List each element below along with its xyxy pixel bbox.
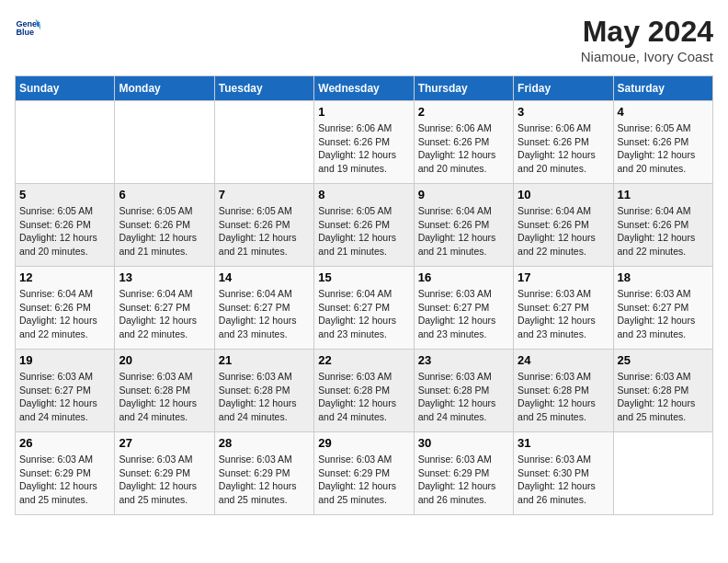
- day-info: Sunrise: 6:04 AM Sunset: 6:26 PM Dayligh…: [418, 204, 509, 259]
- day-info: Sunrise: 6:03 AM Sunset: 6:28 PM Dayligh…: [318, 370, 409, 424]
- day-number: 5: [19, 188, 110, 201]
- calendar-cell: 4Sunrise: 6:05 AM Sunset: 6:26 PM Daylig…: [613, 101, 712, 184]
- day-number: 10: [518, 188, 609, 201]
- calendar-cell: 25Sunrise: 6:03 AM Sunset: 6:28 PM Dayli…: [613, 350, 712, 432]
- calendar-cell: 17Sunrise: 6:03 AM Sunset: 6:27 PM Dayli…: [514, 267, 613, 350]
- day-info: Sunrise: 6:03 AM Sunset: 6:28 PM Dayligh…: [119, 370, 210, 424]
- day-number: 9: [418, 188, 509, 201]
- weekday-header-sunday: Sunday: [16, 76, 115, 101]
- calendar-cell: 19Sunrise: 6:03 AM Sunset: 6:27 PM Dayli…: [16, 350, 115, 432]
- weekday-header-wednesday: Wednesday: [314, 76, 414, 101]
- day-info: Sunrise: 6:05 AM Sunset: 6:26 PM Dayligh…: [318, 204, 409, 259]
- location-subtitle: Niamoue, Ivory Coast: [581, 49, 713, 64]
- calendar-cell: 21Sunrise: 6:03 AM Sunset: 6:28 PM Dayli…: [214, 350, 313, 432]
- day-info: Sunrise: 6:03 AM Sunset: 6:27 PM Dayligh…: [618, 287, 709, 341]
- day-number: 1: [318, 105, 409, 119]
- calendar-cell: 18Sunrise: 6:03 AM Sunset: 6:27 PM Dayli…: [613, 267, 712, 350]
- calendar-cell: 31Sunrise: 6:03 AM Sunset: 6:30 PM Dayli…: [514, 432, 613, 515]
- day-info: Sunrise: 6:03 AM Sunset: 6:28 PM Dayligh…: [618, 370, 709, 424]
- calendar-cell: 24Sunrise: 6:03 AM Sunset: 6:28 PM Dayli…: [514, 350, 613, 432]
- day-number: 21: [219, 353, 310, 367]
- calendar-cell: 8Sunrise: 6:05 AM Sunset: 6:26 PM Daylig…: [314, 184, 414, 267]
- week-row-5: 26Sunrise: 6:03 AM Sunset: 6:29 PM Dayli…: [16, 432, 713, 515]
- day-number: 23: [418, 353, 509, 367]
- logo-icon: General Blue: [15, 15, 40, 40]
- day-number: 19: [19, 353, 110, 367]
- day-info: Sunrise: 6:03 AM Sunset: 6:30 PM Dayligh…: [518, 453, 609, 507]
- calendar-cell: 22Sunrise: 6:03 AM Sunset: 6:28 PM Dayli…: [314, 350, 414, 432]
- calendar-cell: 29Sunrise: 6:03 AM Sunset: 6:29 PM Dayli…: [314, 432, 414, 515]
- calendar-cell: 27Sunrise: 6:03 AM Sunset: 6:29 PM Dayli…: [115, 432, 214, 515]
- day-info: Sunrise: 6:05 AM Sunset: 6:26 PM Dayligh…: [119, 204, 210, 259]
- calendar-cell: [613, 432, 712, 515]
- page-header: General Blue May 2024 Niamoue, Ivory Coa…: [15, 15, 713, 64]
- day-info: Sunrise: 6:06 AM Sunset: 6:26 PM Dayligh…: [318, 121, 409, 176]
- calendar-cell: 12Sunrise: 6:04 AM Sunset: 6:26 PM Dayli…: [16, 267, 115, 350]
- calendar-cell: 14Sunrise: 6:04 AM Sunset: 6:27 PM Dayli…: [214, 267, 313, 350]
- day-number: 28: [219, 436, 310, 450]
- day-info: Sunrise: 6:04 AM Sunset: 6:26 PM Dayligh…: [19, 287, 110, 341]
- day-number: 7: [219, 188, 310, 201]
- calendar-cell: 3Sunrise: 6:06 AM Sunset: 6:26 PM Daylig…: [514, 101, 613, 184]
- calendar-cell: 11Sunrise: 6:04 AM Sunset: 6:26 PM Dayli…: [613, 184, 712, 267]
- day-info: Sunrise: 6:04 AM Sunset: 6:27 PM Dayligh…: [318, 287, 409, 341]
- day-number: 13: [119, 270, 210, 284]
- day-number: 29: [318, 436, 409, 450]
- day-number: 14: [219, 270, 310, 284]
- day-number: 2: [418, 105, 509, 119]
- calendar-cell: [115, 101, 214, 184]
- week-row-1: 1Sunrise: 6:06 AM Sunset: 6:26 PM Daylig…: [16, 101, 713, 184]
- calendar-cell: 30Sunrise: 6:03 AM Sunset: 6:29 PM Dayli…: [414, 432, 513, 515]
- calendar-cell: 20Sunrise: 6:03 AM Sunset: 6:28 PM Dayli…: [115, 350, 214, 432]
- weekday-header-friday: Friday: [514, 76, 613, 101]
- calendar-table: SundayMondayTuesdayWednesdayThursdayFrid…: [15, 75, 713, 515]
- calendar-cell: 13Sunrise: 6:04 AM Sunset: 6:27 PM Dayli…: [115, 267, 214, 350]
- calendar-cell: 28Sunrise: 6:03 AM Sunset: 6:29 PM Dayli…: [214, 432, 313, 515]
- svg-text:Blue: Blue: [16, 28, 34, 37]
- day-info: Sunrise: 6:04 AM Sunset: 6:26 PM Dayligh…: [618, 204, 709, 259]
- day-info: Sunrise: 6:03 AM Sunset: 6:29 PM Dayligh…: [219, 453, 310, 507]
- day-number: 25: [618, 353, 709, 367]
- calendar-cell: [214, 101, 313, 184]
- day-info: Sunrise: 6:03 AM Sunset: 6:29 PM Dayligh…: [119, 453, 210, 507]
- calendar-cell: 15Sunrise: 6:04 AM Sunset: 6:27 PM Dayli…: [314, 267, 414, 350]
- logo: General Blue: [15, 15, 40, 40]
- day-number: 20: [119, 353, 210, 367]
- day-info: Sunrise: 6:06 AM Sunset: 6:26 PM Dayligh…: [418, 121, 509, 176]
- calendar-cell: 5Sunrise: 6:05 AM Sunset: 6:26 PM Daylig…: [16, 184, 115, 267]
- weekday-header-row: SundayMondayTuesdayWednesdayThursdayFrid…: [16, 76, 713, 101]
- day-info: Sunrise: 6:04 AM Sunset: 6:26 PM Dayligh…: [518, 204, 609, 259]
- day-number: 4: [618, 105, 709, 119]
- day-info: Sunrise: 6:04 AM Sunset: 6:27 PM Dayligh…: [219, 287, 310, 341]
- day-number: 31: [518, 436, 609, 450]
- day-number: 6: [119, 188, 210, 201]
- calendar-cell: 10Sunrise: 6:04 AM Sunset: 6:26 PM Dayli…: [514, 184, 613, 267]
- week-row-2: 5Sunrise: 6:05 AM Sunset: 6:26 PM Daylig…: [16, 184, 713, 267]
- day-info: Sunrise: 6:05 AM Sunset: 6:26 PM Dayligh…: [219, 204, 310, 259]
- day-number: 12: [19, 270, 110, 284]
- calendar-cell: 1Sunrise: 6:06 AM Sunset: 6:26 PM Daylig…: [314, 101, 414, 184]
- calendar-cell: 9Sunrise: 6:04 AM Sunset: 6:26 PM Daylig…: [414, 184, 513, 267]
- day-number: 24: [518, 353, 609, 367]
- weekday-header-saturday: Saturday: [613, 76, 712, 101]
- day-number: 30: [418, 436, 509, 450]
- calendar-cell: 26Sunrise: 6:03 AM Sunset: 6:29 PM Dayli…: [16, 432, 115, 515]
- day-number: 26: [19, 436, 110, 450]
- calendar-cell: [16, 101, 115, 184]
- day-info: Sunrise: 6:03 AM Sunset: 6:28 PM Dayligh…: [518, 370, 609, 424]
- day-info: Sunrise: 6:03 AM Sunset: 6:29 PM Dayligh…: [19, 453, 110, 507]
- weekday-header-thursday: Thursday: [414, 76, 513, 101]
- day-number: 18: [618, 270, 709, 284]
- day-number: 11: [618, 188, 709, 201]
- day-number: 16: [418, 270, 509, 284]
- day-info: Sunrise: 6:03 AM Sunset: 6:29 PM Dayligh…: [418, 453, 509, 507]
- week-row-3: 12Sunrise: 6:04 AM Sunset: 6:26 PM Dayli…: [16, 267, 713, 350]
- week-row-4: 19Sunrise: 6:03 AM Sunset: 6:27 PM Dayli…: [16, 350, 713, 432]
- calendar-cell: 7Sunrise: 6:05 AM Sunset: 6:26 PM Daylig…: [214, 184, 313, 267]
- day-number: 8: [318, 188, 409, 201]
- day-info: Sunrise: 6:03 AM Sunset: 6:27 PM Dayligh…: [418, 287, 509, 341]
- weekday-header-tuesday: Tuesday: [214, 76, 313, 101]
- day-info: Sunrise: 6:05 AM Sunset: 6:26 PM Dayligh…: [19, 204, 110, 259]
- day-number: 15: [318, 270, 409, 284]
- day-info: Sunrise: 6:03 AM Sunset: 6:27 PM Dayligh…: [518, 287, 609, 341]
